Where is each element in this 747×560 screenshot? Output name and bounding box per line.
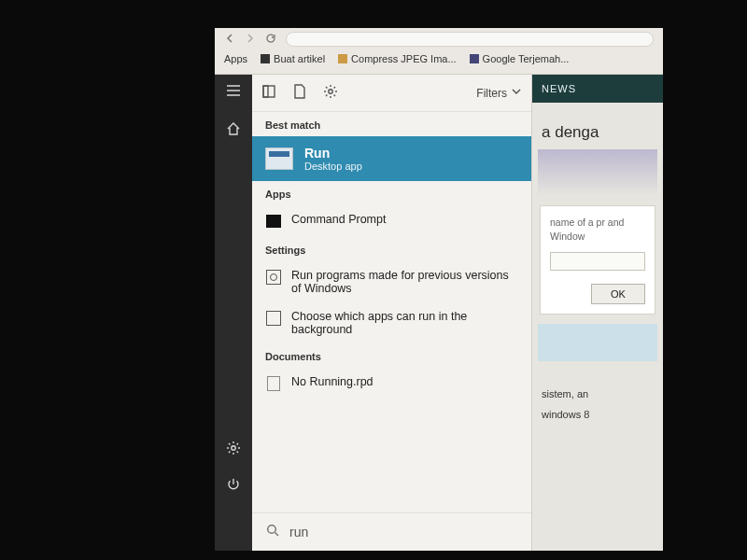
section-documents: Documents bbox=[252, 343, 531, 368]
browser-chrome: Apps Buat artikel Compress JPEG Ima... G… bbox=[215, 28, 663, 75]
apps-scope-icon[interactable] bbox=[261, 84, 276, 103]
reload-icon[interactable] bbox=[265, 33, 276, 46]
search-icon bbox=[265, 523, 280, 541]
chevron-down-icon bbox=[511, 86, 522, 100]
bookmarks-label: Apps bbox=[224, 53, 247, 64]
start-rail bbox=[215, 75, 252, 551]
settings-scope-icon[interactable] bbox=[323, 84, 338, 103]
search-panel: Filters Best match Run Desktop app Apps … bbox=[252, 75, 532, 551]
search-panel-toolbar: Filters bbox=[252, 75, 531, 112]
app-result[interactable]: Command Prompt bbox=[252, 205, 531, 237]
best-match-result[interactable]: Run Desktop app bbox=[252, 136, 531, 181]
body-text: windows 8 bbox=[542, 404, 654, 425]
back-icon[interactable] bbox=[224, 33, 235, 46]
document-result-label: No Running.rpd bbox=[291, 375, 374, 388]
setting-result[interactable]: Choose which apps can run in the backgro… bbox=[252, 302, 531, 343]
setting-result-label: Choose which apps can run in the backgro… bbox=[291, 310, 518, 336]
setting-result[interactable]: Run programs made for previous versions … bbox=[252, 261, 531, 302]
ok-button[interactable]: OK bbox=[591, 284, 645, 304]
section-settings: Settings bbox=[252, 237, 531, 261]
forward-icon[interactable] bbox=[245, 33, 256, 46]
best-match-subtitle: Desktop app bbox=[304, 161, 362, 172]
run-app-icon bbox=[265, 147, 293, 170]
body-text: sistem, an bbox=[542, 384, 654, 404]
address-bar[interactable] bbox=[286, 32, 654, 47]
setting-result-label: Run programs made for previous versions … bbox=[291, 269, 518, 295]
home-icon[interactable] bbox=[226, 121, 241, 140]
bookmark-item[interactable]: Buat artikel bbox=[261, 53, 325, 64]
run-dialog-card: name of a pr and Window OK bbox=[540, 205, 655, 315]
filters-dropdown[interactable]: Filters bbox=[476, 86, 522, 100]
page-title: a denga bbox=[532, 103, 663, 149]
background-apps-icon bbox=[266, 311, 281, 326]
documents-scope-icon[interactable] bbox=[293, 84, 306, 103]
best-match-title: Run bbox=[304, 146, 362, 161]
svg-point-4 bbox=[268, 525, 276, 534]
svg-point-3 bbox=[329, 89, 332, 92]
bookmark-item[interactable]: Google Terjemah... bbox=[470, 53, 570, 64]
app-result-label: Command Prompt bbox=[291, 213, 386, 226]
bookmark-icon bbox=[338, 54, 347, 63]
compatibility-icon bbox=[266, 270, 281, 285]
bookmark-icon bbox=[261, 54, 270, 63]
power-icon[interactable] bbox=[227, 478, 240, 495]
document-icon bbox=[267, 376, 280, 391]
bookmark-item[interactable]: Compress JPEG Ima... bbox=[338, 53, 456, 64]
run-dialog-input[interactable] bbox=[550, 252, 645, 271]
command-prompt-icon bbox=[266, 215, 281, 228]
page-background: NEWS a denga name of a pr and Window OK … bbox=[532, 75, 663, 551]
svg-rect-1 bbox=[263, 86, 275, 97]
svg-rect-2 bbox=[263, 86, 268, 97]
svg-point-0 bbox=[232, 446, 235, 450]
inline-image bbox=[538, 324, 657, 361]
hero-image bbox=[538, 149, 657, 196]
section-apps: Apps bbox=[252, 181, 531, 205]
bookmark-icon bbox=[470, 54, 479, 63]
run-dialog-hint: name of a pr and Window bbox=[550, 216, 645, 243]
gear-icon[interactable] bbox=[226, 441, 241, 459]
document-result[interactable]: No Running.rpd bbox=[252, 368, 531, 399]
section-best-match: Best match bbox=[252, 112, 531, 136]
filters-label: Filters bbox=[476, 87, 507, 100]
menu-icon[interactable] bbox=[226, 84, 241, 101]
search-input[interactable] bbox=[289, 525, 518, 539]
search-bar bbox=[252, 512, 531, 551]
site-nav-tab[interactable]: NEWS bbox=[532, 75, 663, 103]
